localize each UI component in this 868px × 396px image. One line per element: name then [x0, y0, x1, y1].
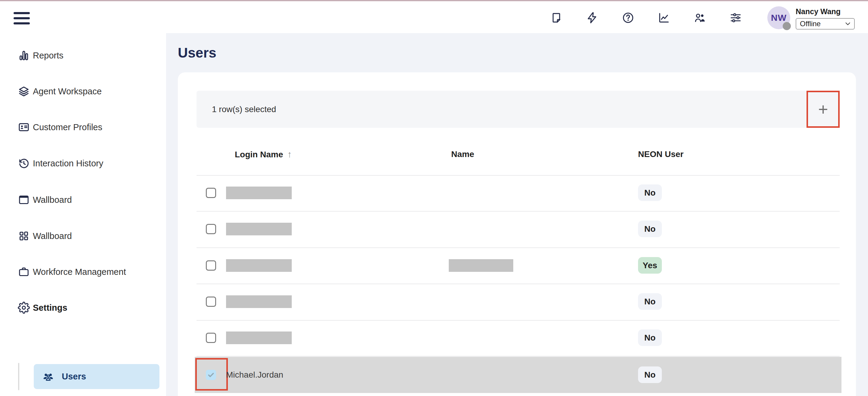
- sidebar-item-reports[interactable]: Reports: [18, 50, 64, 61]
- column-header-label: Login Name: [235, 150, 283, 159]
- row-checkbox[interactable]: [206, 188, 216, 198]
- row-divider: [196, 211, 840, 212]
- redacted-login-name: [226, 259, 292, 272]
- users-table-card: 1 row(s) selected + Login Name↑ Name NEO…: [178, 72, 856, 396]
- sidebar-item-label: Settings: [33, 303, 67, 313]
- neon-user-badge: No: [638, 184, 662, 201]
- id-card-icon: [18, 121, 30, 133]
- briefcase-icon: [18, 266, 30, 278]
- sort-ascending-icon: ↑: [287, 149, 292, 159]
- sidebar-item-customer-profiles[interactable]: Customer Profiles: [18, 121, 102, 133]
- sidebar-item-label: Reports: [33, 51, 64, 61]
- row-checkbox[interactable]: [206, 261, 216, 271]
- submenu-indent-line: [18, 363, 19, 390]
- sidebar-item-users[interactable]: Users: [34, 364, 159, 389]
- redacted-login-name: [226, 187, 292, 199]
- sidebar-item-label: Wallboard: [33, 231, 72, 241]
- neon-user-badge: No: [638, 366, 662, 383]
- rows-selected-text: 1 row(s) selected: [212, 91, 276, 128]
- sidebar: Reports Agent Workspace Customer Profile…: [0, 33, 166, 396]
- row-divider: [196, 320, 840, 321]
- login-name-cell: Michael.Jordan: [226, 357, 283, 393]
- history-icon: [18, 157, 30, 170]
- quick-actions-icon[interactable]: [586, 12, 598, 24]
- status-dropdown-value: Offline: [796, 20, 844, 28]
- neon-user-badge: No: [638, 221, 662, 237]
- neon-user-badge: Yes: [638, 257, 662, 274]
- column-header-label: NEON User: [638, 150, 684, 159]
- users-group-icon: [42, 371, 54, 383]
- sidebar-item-label: Workforce Management: [33, 267, 126, 277]
- neon-user-badge: No: [638, 329, 662, 346]
- redacted-login-name: [226, 223, 292, 235]
- app-root: NW Nancy Wang Offline Reports Agent Work…: [0, 0, 868, 396]
- gear-icon: [18, 302, 30, 314]
- sidebar-item-label: Customer Profiles: [33, 122, 102, 132]
- top-bar: NW Nancy Wang Offline: [0, 1, 868, 33]
- sidebar-item-wallboard-2[interactable]: Wallboard: [18, 230, 72, 242]
- selected-row-background: [195, 357, 841, 393]
- add-user-button[interactable]: +: [807, 91, 840, 128]
- contacts-icon[interactable]: [694, 12, 706, 24]
- sidebar-item-label: Agent Workspace: [33, 87, 101, 96]
- layers-icon: [18, 85, 30, 97]
- sidebar-item-agent-workspace[interactable]: Agent Workspace: [18, 85, 101, 97]
- sidebar-item-label: Wallboard: [33, 195, 72, 205]
- sidebar-item-label: Users: [62, 372, 86, 382]
- redacted-login-name: [226, 332, 292, 344]
- row-checkbox[interactable]: [206, 333, 216, 343]
- row-divider: [196, 175, 840, 176]
- bar-chart-icon: [18, 50, 30, 61]
- sidebar-item-wallboard-1[interactable]: Wallboard: [18, 194, 72, 206]
- analytics-icon[interactable]: [658, 12, 670, 24]
- sidebar-item-interaction-history[interactable]: Interaction History: [18, 157, 103, 170]
- notes-icon[interactable]: [550, 12, 562, 24]
- redacted-name: [449, 259, 513, 272]
- help-icon[interactable]: [622, 12, 634, 24]
- column-header-neon-user[interactable]: NEON User: [638, 148, 684, 160]
- column-header-name[interactable]: Name: [451, 148, 474, 160]
- row-divider: [196, 247, 840, 248]
- column-header-login-name[interactable]: Login Name↑: [235, 148, 292, 160]
- column-header-label: Name: [451, 150, 474, 159]
- preferences-sliders-icon[interactable]: [730, 12, 742, 24]
- row-divider: [196, 283, 840, 284]
- redacted-login-name: [226, 295, 292, 308]
- row-checkbox[interactable]: [206, 224, 216, 234]
- sidebar-item-label: Interaction History: [33, 158, 103, 169]
- status-dropdown[interactable]: Offline: [796, 18, 855, 30]
- checkbox-highlight-box: [195, 358, 228, 391]
- top-icon-row: [550, 12, 742, 24]
- user-name: Nancy Wang: [796, 7, 841, 16]
- window-icon: [18, 194, 30, 206]
- row-divider: [196, 356, 840, 357]
- chevron-down-icon: [844, 20, 852, 28]
- row-checkbox[interactable]: [206, 297, 216, 307]
- status-dot: [783, 22, 791, 30]
- neon-user-badge: No: [638, 293, 662, 310]
- dashboard-icon: [18, 230, 30, 242]
- sidebar-item-settings[interactable]: Settings: [18, 302, 67, 314]
- page-title: Users: [178, 44, 216, 61]
- table-toolbar: 1 row(s) selected +: [196, 91, 840, 128]
- hamburger-menu-icon[interactable]: [13, 12, 30, 25]
- sidebar-item-workforce-management[interactable]: Workforce Management: [18, 266, 126, 278]
